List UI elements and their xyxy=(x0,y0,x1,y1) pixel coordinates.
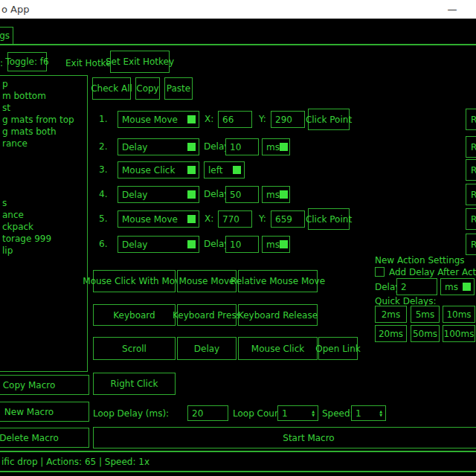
remove-action-button[interactable]: R xyxy=(466,208,476,230)
delete-macro-button[interactable]: Delete Macro xyxy=(0,428,89,448)
add-keyboard-button[interactable]: Keyboard xyxy=(93,304,176,326)
add-delay-button[interactable]: Delay xyxy=(177,337,237,360)
add-delay-checkbox[interactable] xyxy=(375,267,385,277)
mouse-button-dropdown[interactable]: left xyxy=(204,161,245,178)
dropdown-indicator-icon xyxy=(280,143,288,151)
check-all-button[interactable]: Check All xyxy=(92,77,131,100)
delay-input[interactable]: 10 xyxy=(225,236,259,253)
macro-list-item[interactable]: g mats both xyxy=(2,126,57,138)
action-type-dropdown-value: Delay xyxy=(122,239,147,250)
dropdown-indicator-icon xyxy=(187,115,196,123)
action-type-dropdown[interactable]: Delay xyxy=(118,186,199,203)
macro-list-item[interactable]: p xyxy=(2,78,8,90)
loop-count-stepper[interactable]: 1 ▲▼ xyxy=(277,405,318,421)
titlebar: o App xyxy=(0,0,476,19)
delay-unit-dropdown[interactable]: ms xyxy=(262,138,290,155)
macro-list-item[interactable]: g mats from top xyxy=(2,114,74,126)
minimize-button[interactable]: — xyxy=(443,0,461,19)
quick-delay-20ms-button[interactable]: 20ms xyxy=(375,325,407,342)
macro-list-item[interactable]: lip xyxy=(2,245,13,257)
dropdown-indicator-icon xyxy=(187,190,196,199)
macro-list-item[interactable]: ckpack xyxy=(2,221,33,233)
macro-list-item[interactable]: st xyxy=(2,102,10,114)
x-label: X: xyxy=(205,213,213,224)
delay-unit-dropdown[interactable]: ms xyxy=(262,236,290,253)
quick-delay-2ms-button[interactable]: 2ms xyxy=(375,306,407,323)
action-type-dropdown-value: Mouse Click xyxy=(122,165,175,176)
new-macro-button[interactable]: New Macro xyxy=(0,402,89,422)
action-row-number: 4. xyxy=(99,189,107,199)
add-mouse-click-button[interactable]: Mouse Click xyxy=(238,337,318,360)
action-type-dropdown[interactable]: Delay xyxy=(118,236,199,253)
action-type-dropdown[interactable]: Delay xyxy=(118,138,199,155)
copy-actions-button[interactable]: Copy xyxy=(135,77,160,100)
stepper-arrows-icon[interactable]: ▲▼ xyxy=(379,410,383,417)
add-right-click-button[interactable]: Right Click xyxy=(93,373,176,395)
quick-delay-5ms-button[interactable]: 5ms xyxy=(411,306,440,323)
stepper-arrows-icon[interactable]: ▲▼ xyxy=(312,410,315,417)
action-type-dropdown[interactable]: Mouse Move xyxy=(118,111,199,128)
remove-action-button[interactable]: R xyxy=(466,136,476,158)
new-action-delay-unit-dropdown[interactable]: ms xyxy=(440,278,475,295)
macro-list-item[interactable]: ance xyxy=(2,209,24,221)
copy-macro-button[interactable]: Copy Macro xyxy=(0,375,89,395)
add-mouse-click-with-move-button[interactable]: Mouse Click With Move xyxy=(93,270,176,292)
delay-unit-dropdown-value: ms xyxy=(266,239,280,250)
add-keyboard-press-button[interactable]: Keyboard Press xyxy=(177,304,237,326)
new-action-delay-input[interactable]: 2 xyxy=(396,278,437,295)
loop-count-value: 1 xyxy=(282,408,288,419)
speed-label: Speed: xyxy=(322,408,353,419)
new-action-delay-unit-value: ms xyxy=(445,282,458,292)
delay-unit-dropdown[interactable]: ms xyxy=(262,186,290,203)
dropdown-indicator-icon xyxy=(187,215,196,223)
dropdown-indicator-icon xyxy=(280,190,288,199)
add-open-link-button[interactable]: Open Link xyxy=(318,337,358,360)
dropdown-indicator-icon xyxy=(280,240,288,248)
dropdown-indicator-icon xyxy=(463,283,471,291)
loop-delay-input[interactable]: 20 xyxy=(187,405,228,421)
dropdown-indicator-icon xyxy=(187,240,196,248)
status-text: ific drop | Actions: 65 | Speed: 1x xyxy=(1,457,149,467)
delay-input[interactable]: 50 xyxy=(225,186,259,203)
quick-delay-100ms-button[interactable]: 100ms xyxy=(443,325,475,342)
add-relative-mouse-move-button[interactable]: Relative Mouse Move xyxy=(238,270,318,292)
quick-delay-10ms-button[interactable]: 10ms xyxy=(443,306,475,323)
remove-action-button[interactable]: R xyxy=(466,234,476,255)
action-row-number: 3. xyxy=(99,164,107,175)
y-coordinate-input[interactable]: 290 xyxy=(271,111,305,128)
loop-delay-label: Loop Delay (ms): xyxy=(93,408,169,419)
x-coordinate-input[interactable]: 770 xyxy=(218,210,252,228)
y-coordinate-input[interactable]: 659 xyxy=(271,210,305,228)
macro-list-item[interactable]: torage 999 xyxy=(2,233,51,245)
x-coordinate-input[interactable]: 66 xyxy=(218,111,252,128)
remove-action-button[interactable]: R xyxy=(466,109,476,130)
delay-unit-dropdown-value: ms xyxy=(266,142,280,152)
paste-actions-button[interactable]: Paste xyxy=(164,77,193,100)
action-type-dropdown-value: Delay xyxy=(122,190,147,200)
set-exit-hotkey-button[interactable]: Set Exit Hotkey xyxy=(110,51,170,73)
add-keyboard-release-button[interactable]: Keyboard Release xyxy=(238,304,318,326)
macro-list-item[interactable]: s xyxy=(2,197,7,209)
add-scroll-button[interactable]: Scroll xyxy=(93,337,176,360)
settings-menu-button[interactable]: gs xyxy=(0,27,13,45)
macro-list-item[interactable]: m bottom xyxy=(2,90,46,102)
macro-list[interactable]: pm bottomstg mats from topg mats bothran… xyxy=(0,75,88,372)
add-mouse-move-button[interactable]: Mouse Move xyxy=(177,270,237,292)
remove-action-button[interactable]: R xyxy=(466,184,476,205)
action-type-dropdown[interactable]: Mouse Click xyxy=(118,161,199,178)
start-macro-button[interactable]: Start Macro xyxy=(93,427,476,448)
macro-list-item[interactable]: rance xyxy=(2,138,28,149)
click-point-button[interactable]: Click Point xyxy=(308,109,350,130)
dropdown-indicator-icon xyxy=(187,166,196,174)
quick-delay-50ms-button[interactable]: 50ms xyxy=(411,325,440,342)
delay-input[interactable]: 10 xyxy=(225,138,259,155)
speed-stepper[interactable]: 1 ▲▼ xyxy=(351,405,386,421)
action-row-number: 5. xyxy=(99,213,107,224)
action-type-dropdown[interactable]: Mouse Move xyxy=(118,210,199,228)
x-label: X: xyxy=(205,114,213,124)
dropdown-indicator-icon xyxy=(233,166,241,174)
click-point-button[interactable]: Click Point xyxy=(308,208,350,230)
toggle-hotkey-button[interactable]: Toggle: f6 xyxy=(7,52,47,71)
remove-action-button[interactable]: R xyxy=(466,159,476,181)
quick-delays-label: Quick Delays: xyxy=(375,296,436,306)
